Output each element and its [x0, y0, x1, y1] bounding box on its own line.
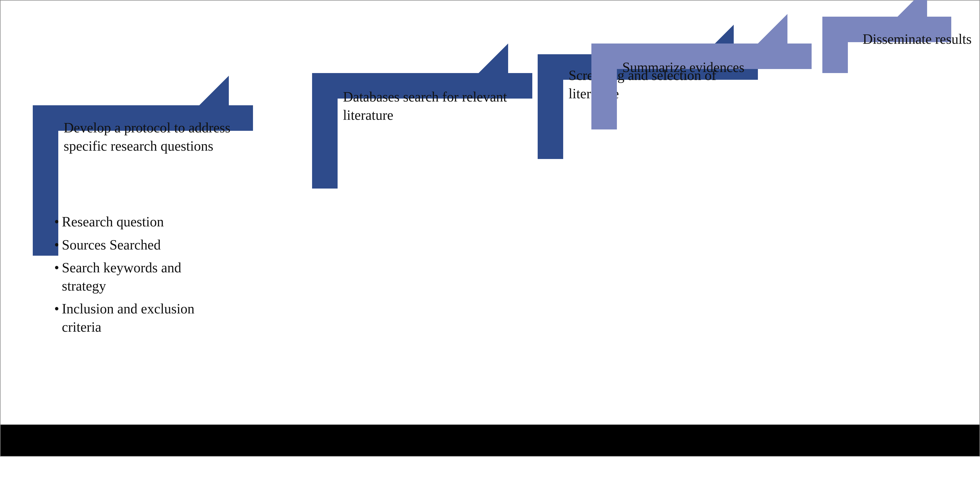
bullet-item-3: • Search keywords andstrategy — [54, 259, 194, 295]
step2-title: Databases search for relevant literature — [343, 89, 507, 123]
step4-label: Summarize evidences — [622, 58, 805, 76]
step2-label: Databases search for relevant literature — [343, 88, 536, 124]
bullet-text-2: Sources Searched — [62, 236, 161, 254]
bullet-text-4: Inclusion and exclusioncriteria — [62, 300, 194, 336]
black-bar — [0, 424, 980, 456]
step5-triangle — [897, 0, 927, 17]
bullet-item-4: • Inclusion and exclusioncriteria — [54, 300, 194, 336]
step4-title: Summarize evidences — [622, 60, 745, 75]
bullet-dot-3: • — [54, 259, 59, 277]
step4-triangle — [758, 14, 788, 43]
step1-label: Develop a protocol to address specific r… — [64, 119, 273, 155]
main-container: Develop a protocol to address specific r… — [0, 0, 980, 456]
diagram: Develop a protocol to address specific r… — [17, 17, 957, 436]
step5-label: Disseminate results — [863, 30, 980, 48]
step5-vertical — [822, 17, 848, 73]
bullet-dot-4: • — [54, 300, 59, 318]
step2-triangle — [479, 43, 508, 73]
step4-bracket — [591, 43, 811, 129]
bullet-text-1: Research question — [62, 213, 164, 231]
bullet-dot-1: • — [54, 213, 59, 231]
bullet-item-2: • Sources Searched — [54, 236, 194, 254]
step4-vertical — [591, 43, 617, 129]
bullet-list: • Research question • Sources Searched •… — [54, 213, 194, 341]
step5-title: Disseminate results — [863, 32, 972, 47]
bullet-dot-2: • — [54, 236, 59, 254]
bullet-item-1: • Research question — [54, 213, 194, 231]
step1-triangle — [199, 76, 229, 105]
bullet-text-3: Search keywords andstrategy — [62, 259, 181, 295]
step1-title: Develop a protocol to address specific r… — [64, 120, 231, 154]
step3-vertical — [538, 54, 563, 159]
step2-vertical — [312, 73, 337, 189]
